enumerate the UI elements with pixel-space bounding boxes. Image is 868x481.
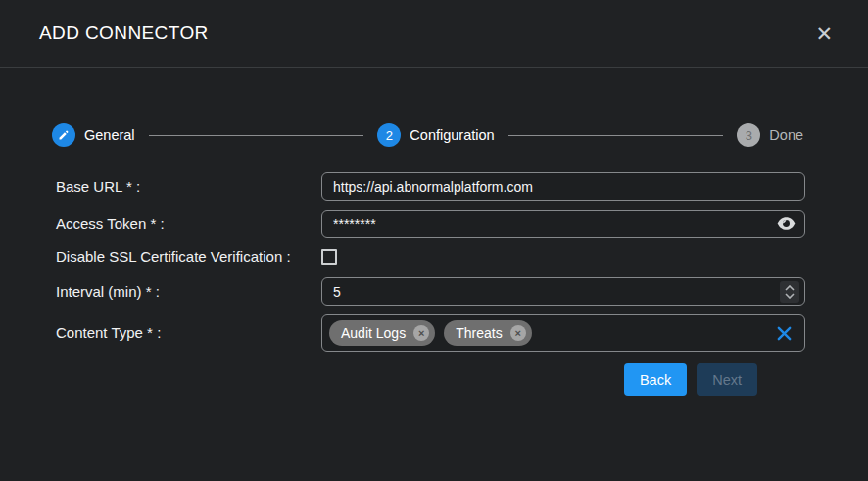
eye-icon[interactable]: [776, 216, 796, 232]
connector-config-form: Base URL * : Access Token * : D: [56, 172, 805, 396]
close-icon[interactable]: ✕: [815, 24, 833, 44]
step-configuration-circle: 2: [377, 123, 401, 147]
content-type-multiselect[interactable]: Audit Logs × Threats ×: [321, 314, 805, 352]
back-button[interactable]: Back: [624, 363, 687, 396]
wizard-stepper: General 2 Configuration 3 Done: [52, 123, 803, 147]
access-token-row: Access Token * :: [56, 210, 805, 238]
step-general-circle: [52, 123, 75, 147]
access-token-label: Access Token * :: [56, 216, 321, 233]
chip-audit-logs: Audit Logs ×: [329, 320, 435, 346]
chip-threats: Threats ×: [444, 320, 531, 346]
chevron-down-icon: [785, 293, 795, 299]
stepper-connector: [149, 135, 364, 136]
chip-label: Threats: [456, 325, 502, 341]
chip-remove-icon[interactable]: ×: [413, 325, 429, 341]
interval-label: Interval (min) * :: [56, 283, 321, 301]
ssl-verification-label: Disable SSL Certificate Verification :: [56, 247, 321, 265]
chevron-up-icon: [785, 285, 795, 291]
pencil-icon: [58, 129, 70, 141]
base-url-label: Base URL * :: [56, 178, 321, 196]
dialog-header: ADD CONNECTOR ✕: [0, 0, 868, 68]
step-done-circle: 3: [737, 123, 760, 147]
step-general-label: General: [84, 127, 135, 143]
stepper-connector: [508, 135, 724, 136]
ssl-verification-checkbox[interactable]: [321, 249, 337, 265]
chip-remove-icon[interactable]: ×: [510, 325, 526, 341]
chip-label: Audit Logs: [341, 325, 406, 341]
next-button[interactable]: Next: [697, 363, 757, 396]
content-type-row: Content Type * : Audit Logs × Threats ×: [56, 314, 805, 352]
step-done-label: Done: [769, 127, 803, 143]
step-general[interactable]: General: [52, 123, 135, 147]
access-token-input[interactable]: [321, 210, 805, 238]
add-connector-dialog: ADD CONNECTOR ✕ General 2 Configuration …: [0, 0, 868, 481]
step-configuration[interactable]: 2 Configuration: [377, 123, 494, 147]
dialog-title: ADD CONNECTOR: [39, 23, 209, 44]
clear-all-icon[interactable]: [776, 325, 793, 342]
interval-input[interactable]: [321, 277, 805, 306]
ssl-verification-row: Disable SSL Certificate Verification :: [56, 247, 805, 265]
dialog-footer: Back Next: [56, 363, 757, 396]
interval-row: Interval (min) * :: [56, 277, 805, 306]
base-url-row: Base URL * :: [56, 172, 805, 201]
step-configuration-label: Configuration: [410, 127, 494, 143]
number-stepper[interactable]: [780, 281, 799, 303]
step-done[interactable]: 3 Done: [737, 123, 803, 147]
base-url-input[interactable]: [321, 172, 805, 201]
content-type-label: Content Type * :: [56, 324, 321, 342]
